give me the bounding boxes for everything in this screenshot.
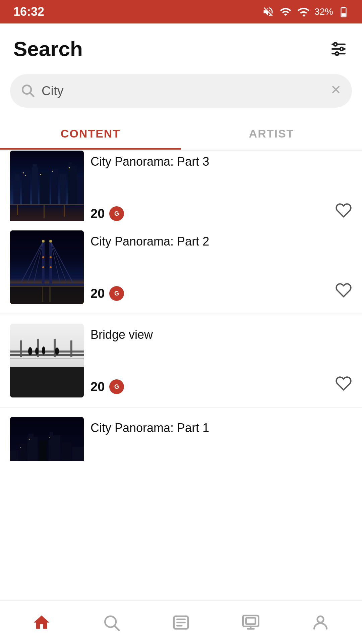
battery-text: 32% xyxy=(314,6,333,17)
item-thumbnail xyxy=(10,417,84,461)
like-button[interactable] xyxy=(335,282,352,302)
svg-rect-48 xyxy=(10,286,84,304)
svg-rect-77 xyxy=(39,440,47,461)
bottom-nav xyxy=(0,600,362,644)
item-info: City Panorama: Part 2 20 G xyxy=(84,230,352,304)
item-info: City Panorama: Part 3 20 G xyxy=(84,151,352,221)
svg-rect-63 xyxy=(70,340,72,357)
item-price-row: 20 G xyxy=(90,206,345,221)
svg-rect-1 xyxy=(342,7,345,8)
svg-point-53 xyxy=(42,266,44,268)
status-time: 16:32 xyxy=(13,5,44,19)
signal-icon xyxy=(297,6,309,18)
item-price: 20 xyxy=(90,286,105,301)
svg-line-10 xyxy=(30,93,34,96)
svg-point-7 xyxy=(340,47,343,50)
svg-rect-32 xyxy=(40,174,41,175)
content-list: City Panorama: Part 3 20 G xyxy=(0,151,362,461)
library-icon xyxy=(172,613,190,632)
svg-point-54 xyxy=(50,256,52,258)
profile-icon xyxy=(311,613,330,632)
coin-icon: G xyxy=(109,206,124,221)
nav-library[interactable] xyxy=(146,601,216,644)
list-item: Bridge view 20 G xyxy=(0,314,362,408)
tab-underline xyxy=(0,148,181,150)
svg-rect-24 xyxy=(77,177,84,204)
clear-button[interactable] xyxy=(330,84,342,99)
search-box xyxy=(10,74,352,108)
svg-rect-79 xyxy=(50,432,53,438)
nav-search[interactable] xyxy=(76,601,146,644)
svg-rect-78 xyxy=(49,435,60,461)
mute-icon xyxy=(262,6,274,18)
svg-rect-25 xyxy=(10,204,84,221)
svg-rect-17 xyxy=(32,167,38,204)
svg-point-47 xyxy=(49,240,52,243)
svg-rect-22 xyxy=(68,166,77,204)
tab-content[interactable]: CONTENT xyxy=(0,118,181,150)
nav-multi[interactable] xyxy=(216,601,286,644)
list-item: City Panorama: Part 1 xyxy=(0,408,362,461)
item-thumbnail xyxy=(10,151,84,221)
svg-point-55 xyxy=(50,266,52,268)
svg-point-46 xyxy=(42,240,45,243)
svg-rect-83 xyxy=(49,437,50,438)
search-input[interactable] xyxy=(42,84,330,98)
svg-rect-27 xyxy=(17,205,18,215)
item-title: City Panorama: Part 2 xyxy=(90,234,345,250)
svg-rect-64 xyxy=(10,367,84,397)
page-title: Search xyxy=(13,37,83,61)
svg-line-86 xyxy=(115,626,119,631)
home-icon xyxy=(32,613,51,632)
multi-icon xyxy=(241,613,260,632)
nav-profile[interactable] xyxy=(286,601,355,644)
status-icons: 32% xyxy=(262,6,349,18)
content-item-4[interactable]: City Panorama: Part 1 xyxy=(0,408,362,461)
svg-rect-26 xyxy=(10,204,84,205)
wifi-icon xyxy=(280,6,292,18)
content-item-1[interactable]: City Panorama: Part 3 20 G xyxy=(0,151,362,221)
item-title: Bridge view xyxy=(90,327,345,343)
item-price-row: 20 G xyxy=(90,379,345,394)
svg-rect-73 xyxy=(10,450,18,461)
svg-point-68 xyxy=(55,347,59,355)
item-info: City Panorama: Part 1 xyxy=(84,417,352,461)
nav-home[interactable] xyxy=(7,601,76,644)
search-nav-icon xyxy=(102,613,121,632)
svg-rect-38 xyxy=(49,240,52,284)
svg-rect-92 xyxy=(246,618,255,624)
svg-point-52 xyxy=(42,256,44,258)
item-title: City Panorama: Part 1 xyxy=(90,420,345,436)
item-title: City Panorama: Part 3 xyxy=(90,154,345,170)
filter-button[interactable] xyxy=(328,39,349,59)
svg-rect-31 xyxy=(25,175,26,176)
item-price-row: 20 G xyxy=(90,286,345,301)
coin-icon: G xyxy=(109,286,124,301)
svg-rect-19 xyxy=(40,172,50,204)
svg-rect-82 xyxy=(29,439,30,440)
svg-rect-29 xyxy=(64,205,65,217)
svg-rect-74 xyxy=(19,444,26,461)
svg-rect-14 xyxy=(13,177,20,204)
list-item: City Panorama: Part 2 20 G xyxy=(0,221,362,314)
tab-artist[interactable]: ARTIST xyxy=(181,118,362,150)
svg-rect-51 xyxy=(49,287,51,302)
header: Search xyxy=(0,23,362,71)
svg-rect-20 xyxy=(51,169,58,204)
svg-rect-37 xyxy=(42,240,45,284)
svg-rect-15 xyxy=(15,174,19,181)
svg-rect-34 xyxy=(69,167,70,168)
item-thumbnail xyxy=(10,324,84,397)
item-price: 20 xyxy=(90,207,105,221)
svg-rect-49 xyxy=(10,286,84,287)
like-button[interactable] xyxy=(335,202,352,221)
svg-rect-2 xyxy=(342,13,346,16)
svg-rect-60 xyxy=(20,340,22,357)
svg-rect-30 xyxy=(23,172,24,173)
like-button[interactable] xyxy=(335,375,352,395)
search-container xyxy=(0,71,362,118)
svg-rect-84 xyxy=(20,447,21,448)
svg-point-65 xyxy=(28,347,32,355)
tab-bar: CONTENT ARTIST xyxy=(0,118,362,151)
svg-rect-18 xyxy=(33,164,37,171)
